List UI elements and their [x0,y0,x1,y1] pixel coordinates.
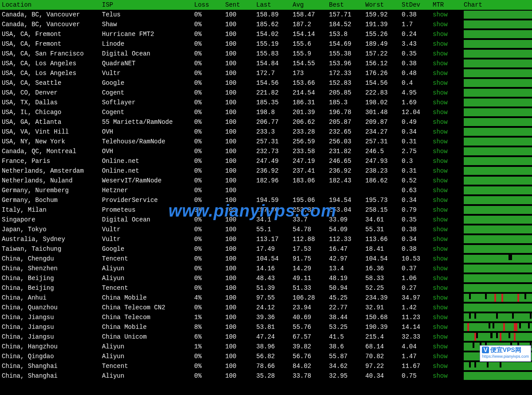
mtr-show-link[interactable]: show [433,314,448,321]
mtr-show-link[interactable]: show [433,363,448,370]
cell-worst: 70.82 [364,352,400,361]
mtr-show-link[interactable]: show [433,245,448,253]
cell-best: 172.33 [327,68,364,78]
mtr-show-link[interactable]: show [433,284,448,292]
mtr-show-link[interactable]: show [433,60,448,67]
mtr-show-link[interactable]: show [433,343,448,350]
table-row: China, ShanghaiTencent0%10078.6684.0234.… [0,361,532,371]
mtr-show-link[interactable]: show [433,89,448,96]
cell-last [254,186,291,195]
mtr-show-link[interactable]: show [433,50,448,57]
cell-avg: 214.54 [291,88,327,98]
cell-loss: 0% [192,156,223,166]
cell-chart [462,166,532,176]
mtr-show-link[interactable]: show [433,177,448,184]
mtr-show-link[interactable]: show [433,31,448,38]
table-row: Germany, BochumProviderService0%100194.5… [0,195,532,205]
cell-sent: 100 [223,10,254,20]
mtr-show-link[interactable]: show [433,118,448,126]
cell-mtr: show [431,166,462,176]
latency-sparkline [464,196,532,204]
cell-stdev: 0.34 [400,195,431,205]
latency-sparkline [464,343,532,351]
mtr-show-link[interactable]: show [433,109,448,116]
mtr-show-link[interactable]: show [433,138,448,145]
table-row: China, QingdaoAliyun0%10056.8256.7655.87… [0,352,532,361]
cell-location: China, Beijing [0,273,100,283]
mtr-show-link[interactable]: show [433,197,448,204]
mtr-show-link[interactable]: show [433,216,448,223]
cell-stdev: 0.27 [400,283,431,293]
cell-mtr: show [431,273,462,283]
mtr-show-link[interactable]: show [433,226,448,233]
cell-isp: Cogent [100,107,192,117]
cell-stdev: 0.38 [400,225,431,234]
cell-location: Netherlands, Nuland [0,176,100,186]
cell-mtr: show [431,98,462,107]
mtr-show-link[interactable]: show [433,158,448,165]
cell-loss: 0% [192,166,223,176]
mtr-show-link[interactable]: show [433,21,448,28]
cell-sent: 100 [223,342,254,352]
cell-avg: 201.39 [291,107,327,117]
cell-sent: 100 [223,107,254,117]
mtr-show-link[interactable]: show [433,236,448,243]
cell-location: USA, CA, Los Angeles [0,59,100,68]
cell-isp: Google [100,78,192,88]
cell-loss: 0% [192,254,223,264]
table-row: Canada, BC, VancouverTelus0%100158.89158… [0,10,532,20]
mtr-show-link[interactable]: show [433,324,448,331]
cell-last: 185.35 [254,98,291,107]
cell-isp: China Telecom [100,312,192,322]
cell-best: 33.09 [327,215,364,225]
cell-avg: 40.69 [291,312,327,322]
cell-best: 155.38 [327,49,364,59]
cell-mtr: show [431,117,462,127]
cell-stdev: 0.49 [400,117,431,127]
mtr-show-link[interactable]: show [433,99,448,106]
cell-loss: 0% [192,283,223,293]
cell-stdev: 0.48 [400,68,431,78]
mtr-show-link[interactable]: show [433,275,448,282]
cell-mtr: show [431,186,462,195]
cell-last: 24.12 [254,303,291,312]
mtr-show-link[interactable]: show [433,333,448,340]
cell-loss: 0% [192,10,223,20]
mtr-show-link[interactable]: show [433,187,448,194]
cell-mtr: show [431,156,462,166]
latency-sparkline [464,30,532,38]
cell-last: 233.3 [254,127,291,137]
cell-avg: 49.11 [291,273,327,283]
cell-mtr: show [431,127,462,137]
cell-sent: 100 [223,176,254,186]
cell-worst: 301.48 [364,107,400,117]
cell-last: 48.43 [254,273,291,283]
mtr-show-link[interactable]: show [433,40,448,47]
mtr-show-link[interactable]: show [433,255,448,262]
mtr-show-link[interactable]: show [433,148,448,155]
cell-last: 38.96 [254,342,291,352]
cell-loss: 0% [192,98,223,107]
mtr-show-link[interactable]: show [433,79,448,87]
cell-mtr: show [431,283,462,293]
mtr-show-link[interactable]: show [433,304,448,311]
mtr-show-link[interactable]: show [433,294,448,301]
mtr-show-link[interactable]: show [433,353,448,360]
mtr-show-link[interactable]: show [433,11,448,18]
cell-mtr: show [431,88,462,98]
mtr-show-link[interactable]: show [433,128,448,135]
cell-loss: 6% [192,332,223,342]
cell-worst: 104.54 [364,254,400,264]
table-row: USA, CO, DenverCogent0%100221.82214.5420… [0,88,532,98]
mtr-show-link[interactable]: show [433,167,448,174]
mtr-show-link[interactable]: show [433,265,448,272]
cell-avg: 154.14 [291,29,327,39]
cell-location: China, Chengdu [0,254,100,264]
table-row: USA, CA, FremontLinode0%100155.19155.615… [0,39,532,49]
header-sent: Sent [223,0,254,10]
cell-chart [462,68,532,78]
mtr-show-link[interactable]: show [433,372,448,379]
mtr-show-link[interactable]: show [433,70,448,77]
cell-isp: Tencent [100,361,192,371]
mtr-show-link[interactable]: show [433,206,448,213]
